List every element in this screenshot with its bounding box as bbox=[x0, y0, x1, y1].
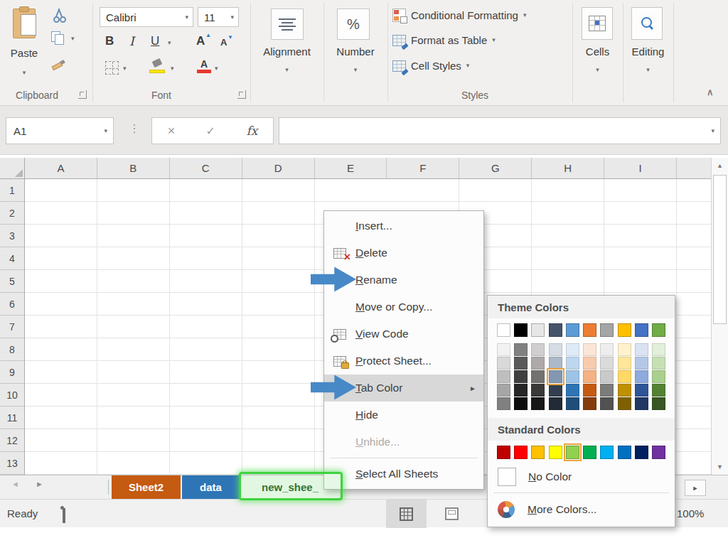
shrink-font-button[interactable]: A▼ bbox=[220, 37, 227, 48]
theme-variant-swatch-4-3[interactable] bbox=[549, 397, 562, 410]
theme-variant-swatch-2-3[interactable] bbox=[549, 370, 562, 383]
standard-color-swatch-5[interactable] bbox=[583, 446, 596, 459]
standard-color-swatch-8[interactable] bbox=[635, 446, 648, 459]
theme-variant-swatch-1-0[interactable] bbox=[497, 357, 510, 370]
grow-font-button[interactable]: A▲ bbox=[196, 34, 205, 48]
theme-variant-swatch-0-9[interactable] bbox=[652, 343, 665, 356]
theme-color-swatch-9[interactable] bbox=[652, 323, 665, 337]
bold-button[interactable]: B bbox=[105, 34, 114, 48]
theme-variant-swatch-3-8[interactable] bbox=[635, 384, 648, 397]
row-header-9[interactable]: 9 bbox=[0, 361, 24, 384]
column-header-e[interactable]: E bbox=[315, 158, 387, 178]
tab-nav-next-icon[interactable]: ► bbox=[36, 480, 43, 488]
font-color-dropdown-arrow[interactable]: ▾ bbox=[215, 65, 218, 72]
row-header-6[interactable]: 6 bbox=[0, 293, 24, 316]
alignment-dropdown-arrow[interactable]: ▾ bbox=[250, 67, 323, 73]
vertical-scrollbar[interactable]: ▲ ▼ bbox=[711, 158, 728, 475]
row-header-11[interactable]: 11 bbox=[0, 406, 24, 429]
theme-variant-swatch-1-7[interactable] bbox=[618, 357, 631, 370]
column-header-c[interactable]: C bbox=[170, 158, 242, 178]
scrollbar-thumb[interactable] bbox=[713, 175, 727, 324]
theme-variant-swatch-4-4[interactable] bbox=[566, 397, 579, 410]
theme-color-swatch-7[interactable] bbox=[618, 323, 631, 337]
name-box-dropdown-arrow[interactable]: ▾ bbox=[104, 128, 113, 134]
theme-variant-swatch-4-5[interactable] bbox=[583, 397, 596, 410]
borders-button[interactable] bbox=[105, 61, 119, 75]
theme-variant-swatch-2-2[interactable] bbox=[531, 370, 545, 383]
theme-variant-swatch-0-6[interactable] bbox=[600, 343, 614, 356]
row-header-1[interactable]: 1 bbox=[0, 179, 24, 202]
standard-color-swatch-3[interactable] bbox=[549, 446, 562, 459]
theme-variant-swatch-3-5[interactable] bbox=[583, 384, 596, 397]
theme-variant-swatch-1-3[interactable] bbox=[549, 357, 562, 370]
column-header-a[interactable]: A bbox=[25, 158, 97, 178]
scroll-up-icon[interactable]: ▲ bbox=[712, 158, 728, 173]
paste-dropdown-arrow[interactable]: ▾ bbox=[3, 70, 46, 76]
collapse-ribbon-button[interactable]: ∧ bbox=[707, 87, 714, 97]
theme-variant-swatch-4-7[interactable] bbox=[618, 397, 631, 410]
cells-dropdown-arrow[interactable]: ▾ bbox=[572, 67, 623, 73]
theme-variant-swatch-3-9[interactable] bbox=[652, 384, 665, 397]
font-dialog-launcher[interactable] bbox=[237, 90, 246, 99]
theme-variant-swatch-2-6[interactable] bbox=[600, 370, 614, 383]
theme-color-swatch-8[interactable] bbox=[635, 323, 648, 337]
menu-item-select-all-sheets[interactable]: Select All Sheets bbox=[324, 461, 483, 488]
standard-color-swatch-6[interactable] bbox=[600, 446, 614, 459]
macro-record-button[interactable] bbox=[63, 508, 65, 523]
theme-variant-swatch-1-8[interactable] bbox=[635, 357, 648, 370]
theme-variant-swatch-2-1[interactable] bbox=[514, 370, 528, 383]
number-group-button-label[interactable]: Number bbox=[323, 45, 387, 58]
menu-item-view-code[interactable]: View Code bbox=[324, 321, 483, 348]
theme-variant-swatch-0-5[interactable] bbox=[583, 343, 596, 356]
row-header-10[interactable]: 10 bbox=[0, 384, 24, 406]
theme-variant-swatch-0-2[interactable] bbox=[531, 343, 545, 356]
editing-dropdown-arrow[interactable]: ▾ bbox=[623, 67, 673, 73]
row-header-5[interactable]: 5 bbox=[0, 270, 24, 293]
theme-variant-swatch-0-3[interactable] bbox=[549, 343, 562, 356]
theme-color-swatch-2[interactable] bbox=[531, 323, 545, 337]
menu-item-unhide[interactable]: Unhide... bbox=[324, 429, 483, 456]
theme-variant-swatch-1-5[interactable] bbox=[583, 357, 596, 370]
theme-variant-swatch-0-4[interactable] bbox=[566, 343, 579, 356]
theme-variant-swatch-4-6[interactable] bbox=[600, 397, 614, 410]
theme-variant-swatch-4-8[interactable] bbox=[635, 397, 648, 410]
theme-variant-swatch-3-4[interactable] bbox=[566, 384, 579, 397]
row-header-7[interactable]: 7 bbox=[0, 316, 24, 338]
theme-variant-swatch-3-2[interactable] bbox=[531, 384, 545, 397]
normal-view-button[interactable] bbox=[386, 500, 427, 528]
theme-variant-swatch-4-0[interactable] bbox=[497, 397, 510, 410]
theme-variant-swatch-2-5[interactable] bbox=[583, 370, 596, 383]
copy-button[interactable] bbox=[51, 31, 64, 44]
standard-color-swatch-7[interactable] bbox=[618, 446, 631, 459]
number-button[interactable]: % bbox=[337, 9, 370, 40]
theme-color-swatch-6[interactable] bbox=[600, 323, 614, 337]
theme-variant-swatch-1-6[interactable] bbox=[600, 357, 614, 370]
cell-styles-button[interactable]: Cell Styles▾ bbox=[392, 60, 469, 72]
alignment-button[interactable] bbox=[271, 9, 304, 40]
theme-variant-swatch-3-0[interactable] bbox=[497, 384, 510, 397]
sheet-tab-data[interactable]: data bbox=[182, 475, 240, 499]
theme-variant-swatch-0-7[interactable] bbox=[618, 343, 631, 356]
theme-variant-swatch-4-1[interactable] bbox=[514, 397, 528, 410]
font-color-button[interactable]: A bbox=[196, 60, 212, 73]
underline-dropdown-arrow[interactable]: ▾ bbox=[168, 40, 171, 46]
cells-button[interactable] bbox=[582, 7, 613, 40]
enter-icon[interactable]: ✓ bbox=[206, 124, 215, 138]
theme-variant-swatch-4-2[interactable] bbox=[531, 397, 545, 410]
column-header-g[interactable]: G bbox=[459, 158, 532, 178]
editing-group-button-label[interactable]: Editing bbox=[623, 45, 673, 58]
alignment-group-button-label[interactable]: Alignment bbox=[250, 45, 323, 58]
menu-item-move-or-copy[interactable]: Move or Copy... bbox=[324, 294, 483, 321]
scroll-down-icon[interactable]: ▼ bbox=[712, 459, 728, 475]
zoom-level[interactable]: 100% bbox=[677, 500, 704, 528]
row-header-13[interactable]: 13 bbox=[0, 452, 24, 475]
theme-color-swatch-5[interactable] bbox=[583, 323, 596, 337]
row-header-8[interactable]: 8 bbox=[0, 338, 24, 361]
sheet-tab-sheet2[interactable]: Sheet2 bbox=[112, 475, 181, 499]
menu-item-delete[interactable]: ×Delete bbox=[324, 239, 483, 266]
theme-variant-swatch-1-9[interactable] bbox=[652, 357, 665, 370]
select-all-corner[interactable] bbox=[0, 158, 25, 179]
row-header-3[interactable]: 3 bbox=[0, 225, 24, 247]
theme-color-swatch-3[interactable] bbox=[549, 323, 562, 337]
standard-color-swatch-1[interactable] bbox=[514, 446, 528, 459]
